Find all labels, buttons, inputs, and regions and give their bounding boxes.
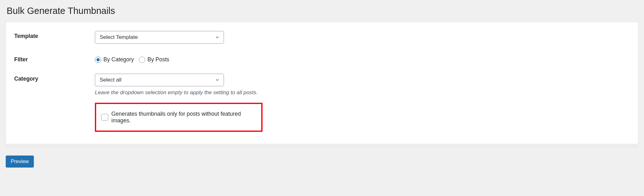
preview-button[interactable]: Preview bbox=[6, 156, 34, 168]
radio-label-by-posts: By Posts bbox=[147, 56, 169, 63]
filter-label: Filter bbox=[14, 54, 95, 63]
row-template: Template Select Template bbox=[14, 31, 630, 44]
radio-by-posts[interactable]: By Posts bbox=[139, 56, 169, 63]
radio-input-by-category bbox=[95, 57, 101, 63]
only-without-featured-checkbox[interactable] bbox=[101, 114, 108, 121]
page-title: Bulk Generate Thumbnails bbox=[6, 6, 638, 16]
only-without-featured-label: Generates thumbnails only for posts with… bbox=[111, 111, 256, 124]
chevron-down-icon bbox=[215, 77, 220, 83]
category-select-value: Select all bbox=[100, 77, 211, 83]
category-field: Select all Leave the dropdown selection … bbox=[95, 74, 630, 132]
filter-field: By Category By Posts bbox=[95, 54, 630, 63]
radio-by-category[interactable]: By Category bbox=[95, 56, 134, 63]
chevron-down-icon bbox=[215, 35, 220, 40]
only-without-featured-row[interactable]: Generates thumbnails only for posts with… bbox=[101, 111, 256, 124]
panel-shadow bbox=[6, 146, 638, 147]
settings-panel: Template Select Template Filter By Categ… bbox=[6, 22, 638, 144]
row-filter: Filter By Category By Posts bbox=[14, 54, 630, 63]
template-select[interactable]: Select Template bbox=[95, 31, 224, 44]
radio-input-by-posts bbox=[139, 57, 145, 63]
category-select[interactable]: Select all bbox=[95, 74, 224, 86]
highlighted-option: Generates thumbnails only for posts with… bbox=[95, 103, 263, 132]
template-select-value: Select Template bbox=[100, 34, 211, 40]
template-field: Select Template bbox=[95, 31, 630, 44]
filter-radio-group: By Category By Posts bbox=[95, 54, 630, 63]
row-category: Category Select all Leave the dropdown s… bbox=[14, 74, 630, 132]
category-label: Category bbox=[14, 74, 95, 82]
template-label: Template bbox=[14, 31, 95, 40]
category-hint: Leave the dropdown selection empty to ap… bbox=[95, 89, 630, 96]
radio-label-by-category: By Category bbox=[103, 56, 134, 63]
